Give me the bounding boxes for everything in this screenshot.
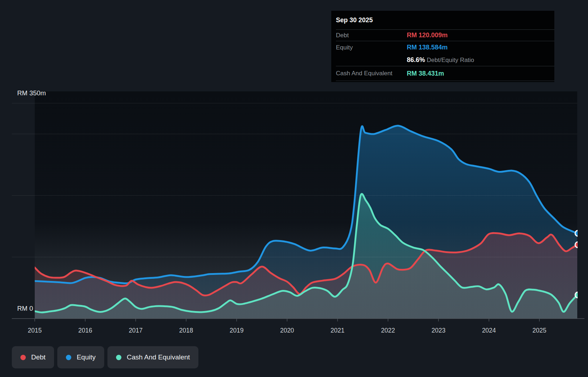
y-axis-label-0: RM 0 [17, 305, 33, 312]
x-tick-label-2018: 2018 [179, 327, 193, 334]
tooltip-debt-value: RM 120.009m [407, 32, 448, 39]
tooltip-row-debt: Debt RM 120.009m [336, 30, 554, 41]
x-tick-label-2022: 2022 [381, 327, 395, 334]
page-root: 2015201620172018201920202021202220232024… [0, 0, 588, 377]
legend-debt-label: Debt [31, 353, 45, 361]
cash-series-dot-icon [116, 355, 121, 360]
x-tick-label-2015: 2015 [28, 327, 42, 334]
tooltip-equity-label: Equity [336, 44, 353, 51]
x-tick-label-2021: 2021 [331, 327, 344, 334]
tooltip-row-equity: Equity RM 138.584m [336, 41, 554, 54]
equity-series-dot-icon [66, 355, 71, 360]
tooltip-date: Sep 30 2025 [336, 11, 554, 30]
end-marker-debt[interactable] [575, 242, 581, 248]
legend-cash-label: Cash And Equivalent [127, 353, 190, 361]
chart-tooltip: Sep 30 2025 Debt RM 120.009m Equity RM 1… [331, 11, 554, 82]
tooltip-row-ratio: 86.6% Debt/Equity Ratio [336, 54, 554, 66]
legend-button-debt[interactable]: Debt [12, 346, 54, 368]
legend-button-cash[interactable]: Cash And Equivalent [107, 346, 198, 368]
end-marker-cash-and-equivalent[interactable] [575, 292, 581, 298]
legend-button-equity[interactable]: Equity [57, 346, 104, 368]
tooltip-cash-value: RM 38.431m [407, 70, 444, 77]
tooltip-ratio-value: 86.6% [407, 56, 425, 63]
tooltip-equity-value: RM 138.584m [407, 44, 448, 51]
x-tick-label-2019: 2019 [230, 327, 244, 334]
tooltip-cash-label: Cash And Equivalent [336, 70, 392, 77]
x-tick-label-2023: 2023 [432, 327, 445, 334]
legend-equity-label: Equity [77, 353, 96, 361]
x-tick-label-2017: 2017 [129, 327, 143, 334]
tooltip-debt-label: Debt [336, 32, 349, 39]
y-axis-label-350: RM 350m [17, 89, 46, 97]
chart-legend: Debt Equity Cash And Equivalent [12, 346, 198, 368]
end-marker-equity[interactable] [575, 230, 581, 236]
tooltip-ratio-label: Debt/Equity Ratio [427, 57, 474, 63]
tooltip-row-cash: Cash And Equivalent RM 38.431m [336, 66, 554, 81]
debt-series-dot-icon [20, 355, 26, 360]
x-tick-label-2020: 2020 [280, 327, 294, 334]
x-tick-label-2024: 2024 [482, 327, 496, 334]
x-tick-label-2016: 2016 [78, 327, 92, 334]
x-tick-label-2025: 2025 [532, 327, 546, 334]
